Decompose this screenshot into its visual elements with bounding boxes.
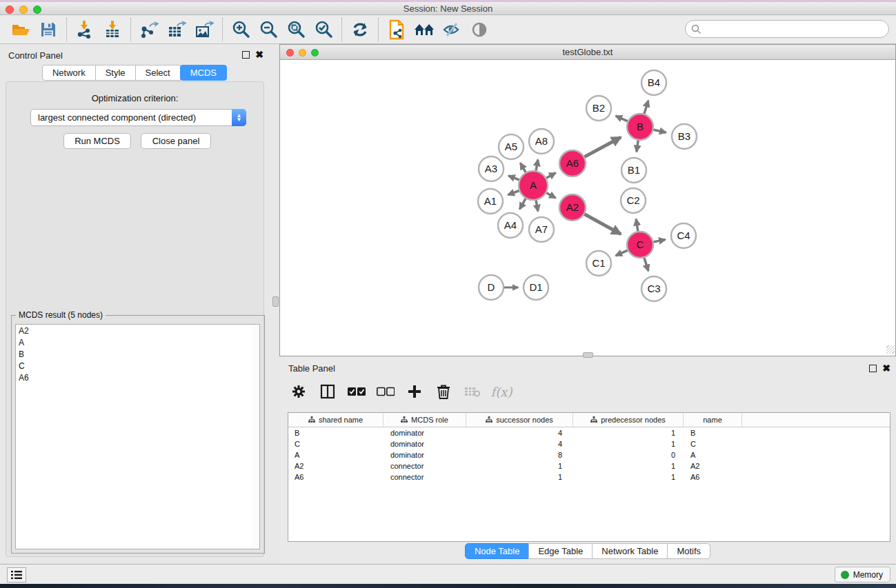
save-session-button[interactable]	[34, 17, 62, 42]
mcds-result-item[interactable]: A	[16, 336, 252, 348]
import-network-button[interactable]	[71, 17, 99, 42]
table-row[interactable]: Bdominator41B	[288, 427, 890, 438]
network-node[interactable]: A2	[559, 194, 586, 221]
network-edge[interactable]	[584, 137, 621, 157]
zoom-in-button[interactable]	[227, 17, 255, 42]
network-edge[interactable]	[653, 240, 666, 243]
tab-edge-table[interactable]: Edge Table	[528, 543, 593, 559]
home-button[interactable]	[410, 17, 438, 42]
export-network-button[interactable]	[135, 17, 163, 42]
network-node[interactable]: D1	[524, 275, 548, 300]
minimize-network-button[interactable]	[299, 49, 306, 57]
horizontal-split-handle[interactable]	[583, 352, 593, 358]
network-node[interactable]: B2	[586, 96, 611, 121]
network-node[interactable]: B3	[672, 124, 697, 149]
memory-button[interactable]: Memory	[835, 567, 890, 582]
criterion-dropdown[interactable]: largest connected component (directed) ▲…	[30, 109, 246, 126]
tab-style[interactable]: Style	[95, 65, 136, 81]
close-network-button[interactable]	[286, 49, 294, 57]
table-row[interactable]: Cdominator41C	[288, 438, 890, 449]
close-panel-button[interactable]: Close panel	[141, 133, 211, 149]
network-node[interactable]: D	[479, 275, 504, 300]
network-edge[interactable]	[536, 160, 538, 172]
network-edge[interactable]	[545, 173, 555, 179]
network-node[interactable]: A1	[478, 189, 503, 214]
close-window-button[interactable]	[6, 6, 14, 14]
refresh-button[interactable]	[346, 17, 374, 42]
select-all-columns-button[interactable]	[346, 381, 368, 402]
network-edge[interactable]	[644, 101, 648, 115]
network-node[interactable]: A	[519, 171, 548, 200]
network-edge[interactable]	[508, 190, 520, 195]
tab-mcds[interactable]: MCDS	[180, 65, 227, 81]
mcds-result-item[interactable]: C	[16, 360, 252, 372]
network-edge[interactable]	[653, 130, 666, 132]
create-column-button[interactable]	[404, 381, 426, 402]
export-image-button[interactable]	[190, 17, 218, 42]
network-edge[interactable]	[508, 176, 520, 181]
network-edge[interactable]	[520, 163, 526, 174]
column-header-shared-name[interactable]: shared name	[288, 413, 384, 427]
minimize-window-button[interactable]	[19, 6, 28, 14]
tab-motifs[interactable]: Motifs	[667, 543, 710, 559]
search-field[interactable]	[701, 22, 888, 36]
open-session-button[interactable]	[7, 17, 34, 42]
network-edge[interactable]	[644, 256, 648, 271]
zoom-out-button[interactable]	[255, 17, 282, 42]
import-table-button[interactable]	[99, 17, 126, 42]
network-node[interactable]: B4	[641, 70, 666, 95]
network-node[interactable]: A8	[529, 129, 554, 154]
float-table-panel-icon[interactable]	[869, 365, 877, 372]
unselect-all-columns-button[interactable]	[375, 381, 397, 402]
network-node[interactable]: C2	[621, 188, 646, 213]
tab-node-table[interactable]: Node Table	[465, 543, 530, 559]
table-settings-button[interactable]	[288, 381, 310, 402]
column-header-name[interactable]: name	[684, 413, 742, 427]
network-node[interactable]: A6	[559, 150, 586, 176]
export-table-button[interactable]	[163, 17, 190, 42]
zoom-selected-button[interactable]	[310, 17, 337, 42]
network-edge[interactable]	[616, 250, 629, 256]
result-scrollbar[interactable]	[251, 324, 260, 549]
delete-table-button[interactable]	[461, 381, 484, 402]
task-history-button[interactable]	[7, 567, 26, 582]
network-edge[interactable]	[519, 197, 526, 209]
network-edge[interactable]	[637, 139, 639, 152]
maximize-network-button[interactable]	[311, 49, 319, 57]
delete-column-button[interactable]	[432, 381, 455, 402]
column-header-predecessor-nodes[interactable]: predecessor nodes	[573, 413, 684, 427]
column-header-successor-nodes[interactable]: successor nodes	[466, 413, 573, 427]
network-node[interactable]: B	[627, 114, 653, 140]
network-node[interactable]: C	[627, 232, 653, 258]
network-node[interactable]: A5	[499, 134, 524, 159]
close-panel-icon[interactable]: ✖	[255, 51, 263, 59]
network-node[interactable]: A7	[529, 217, 554, 242]
tab-select[interactable]: Select	[135, 65, 181, 81]
network-node[interactable]: C1	[586, 251, 611, 276]
tab-network[interactable]: Network	[42, 65, 96, 81]
resize-grip-icon[interactable]	[886, 345, 895, 354]
network-from-document-button[interactable]	[383, 17, 410, 42]
network-canvas[interactable]: AA6A2BCA5A8A3A1A4A7B4B2B3B1C2C4C1C3DD1	[280, 60, 895, 353]
close-table-panel-icon[interactable]: ✖	[882, 365, 890, 372]
show-graphics-details-button[interactable]	[466, 17, 493, 42]
node-table[interactable]: shared nameMCDS rolesuccessor nodesprede…	[288, 412, 890, 542]
network-node[interactable]: C3	[641, 276, 666, 301]
function-builder-button[interactable]: f(x)	[490, 381, 512, 402]
mcds-result-list[interactable]: A2ABCA6	[15, 324, 252, 549]
table-row[interactable]: Adominator80A	[288, 449, 890, 460]
search-input[interactable]	[685, 20, 889, 38]
network-edge[interactable]	[636, 219, 638, 232]
mcds-result-item[interactable]: A6	[16, 372, 252, 383]
tab-network-table[interactable]: Network Table	[592, 543, 668, 559]
network-window-titlebar[interactable]: testGlobe.txt	[280, 45, 895, 60]
network-node[interactable]: A4	[498, 213, 523, 238]
network-node[interactable]: A3	[479, 156, 504, 181]
float-panel-icon[interactable]	[242, 51, 250, 59]
maximize-window-button[interactable]	[33, 6, 41, 14]
show-columns-button[interactable]	[317, 381, 339, 402]
table-row[interactable]: A6connector11A6	[288, 472, 890, 483]
network-edge[interactable]	[584, 214, 621, 234]
network-edge[interactable]	[536, 199, 538, 212]
run-mcds-button[interactable]: Run MCDS	[63, 133, 131, 149]
